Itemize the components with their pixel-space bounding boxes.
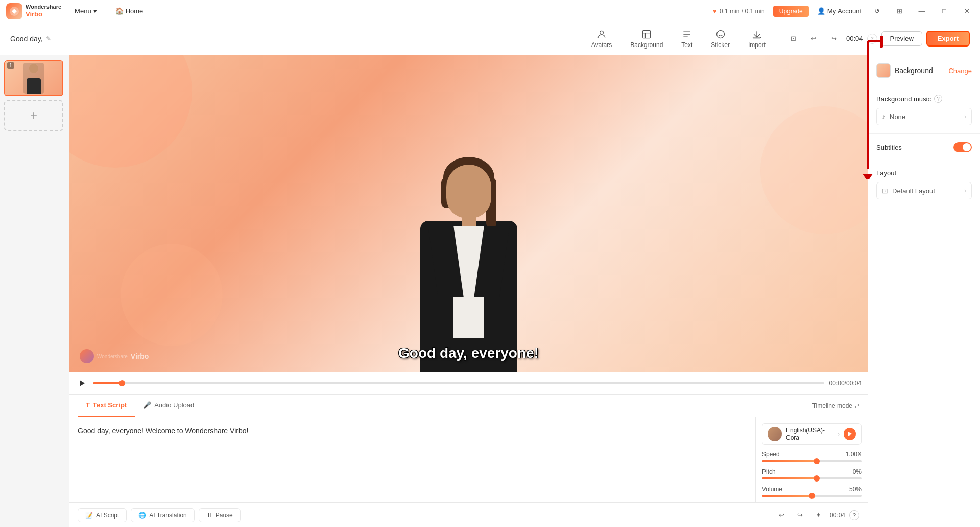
layout-name: Default Layout — [892, 187, 960, 195]
ai-translation-button[interactable]: 🌐 AI Translation — [131, 508, 194, 522]
slides-panel: 1 + — [0, 55, 69, 527]
fullscreen-icon[interactable]: ⊡ — [785, 31, 801, 47]
subtitles-label: Subtitles — [876, 144, 902, 151]
music-chevron-icon: › — [964, 113, 966, 120]
avatars-button[interactable]: Avatars — [582, 26, 621, 52]
import-button[interactable]: Import — [739, 26, 775, 52]
timeline-thumb[interactable] — [119, 380, 125, 386]
script-undo-icon[interactable]: ↩ — [775, 508, 789, 522]
text-button[interactable]: Text — [672, 26, 702, 52]
background-music-section: Background music ? ♪ None › — [868, 86, 980, 134]
toggle-knob — [963, 143, 971, 151]
pitch-thumb[interactable] — [814, 475, 820, 482]
export-button[interactable]: Export — [926, 31, 970, 47]
script-time-badge: 00:04 — [830, 512, 845, 519]
layout-selector[interactable]: ⊡ Default Layout › — [876, 182, 972, 199]
add-slide-button[interactable]: + — [4, 100, 63, 131]
magic-icon[interactable]: ✦ — [811, 508, 826, 522]
heart-icon: ♥ — [713, 8, 716, 15]
volume-slider[interactable] — [762, 495, 862, 497]
background-color-swatch[interactable] — [876, 63, 891, 78]
svg-marker-7 — [80, 380, 85, 386]
watermark: Wondershare Virbo — [80, 349, 149, 363]
svg-marker-8 — [848, 432, 852, 436]
main-layout: 1 + — [0, 55, 980, 527]
preview-button[interactable]: Preview — [881, 31, 922, 46]
ai-script-button[interactable]: 📝 AI Script — [78, 508, 127, 522]
play-button[interactable] — [76, 377, 88, 389]
timeline-track[interactable] — [93, 382, 824, 384]
svg-rect-2 — [643, 30, 651, 38]
tab-text-script[interactable]: T Text Script — [78, 395, 135, 417]
pause-button[interactable]: ⏸ Pause — [199, 508, 241, 522]
subtitles-toggle-row: Subtitles — [876, 142, 972, 152]
slide-number: 1 — [7, 62, 14, 69]
layout-chevron-icon: › — [964, 187, 966, 194]
change-button[interactable]: Change — [948, 67, 972, 75]
watermark-icon — [80, 349, 94, 363]
voice-next-icon: › — [838, 430, 840, 438]
volume-slider-row: Volume 50% — [762, 486, 862, 497]
logo-icon — [6, 3, 22, 19]
close-icon[interactable]: ✕ — [960, 4, 974, 18]
tab-audio-upload[interactable]: 🎤 Audio Upload — [135, 395, 202, 417]
timeline-bar: 00:00/00:04 — [69, 372, 868, 394]
script-textarea[interactable] — [69, 417, 755, 502]
subtitles-section: Subtitles — [868, 134, 980, 161]
minimize-icon[interactable]: — — [915, 4, 929, 18]
voice-panel: English(USA)-Cora › Speed 1.00X — [755, 417, 868, 502]
app-logo: Wondershare Virbo — [6, 3, 61, 19]
subtitles-toggle[interactable] — [953, 142, 972, 152]
bg-music-help-icon[interactable]: ? — [934, 95, 942, 103]
sticker-button[interactable]: Sticker — [702, 26, 739, 52]
maximize-icon[interactable]: □ — [937, 4, 951, 18]
help-icon[interactable]: ? — [867, 34, 877, 44]
svg-point-3 — [716, 30, 724, 38]
bg-decoration-2 — [760, 106, 868, 234]
script-tabs: T Text Script 🎤 Audio Upload Timeline mo… — [69, 395, 868, 417]
toolbar-actions: ⊡ ↩ ↪ 00:04 ? Preview Export — [785, 31, 970, 47]
bottom-right-actions: ↩ ↪ ✦ 00:04 ? — [775, 508, 859, 522]
bg-music-label: Background music — [876, 95, 931, 103]
volume-fill — [762, 495, 812, 497]
music-note-icon: ♪ — [882, 112, 886, 121]
redo-icon[interactable]: ↪ — [826, 31, 842, 47]
music-selector[interactable]: ♪ None › — [876, 108, 972, 125]
project-title: Good day, ✎ — [10, 35, 51, 43]
timeline-progress — [93, 382, 122, 384]
speed-slider[interactable] — [762, 460, 862, 462]
canvas-script-area: Good day, everyone! Wondershare Virbo 00… — [69, 55, 868, 527]
my-account-button[interactable]: 👤 My Account — [817, 7, 862, 15]
pitch-slider[interactable] — [762, 477, 862, 479]
time-display: 00:04 — [846, 35, 863, 42]
layout-section: Layout ⊡ Default Layout › — [868, 161, 980, 208]
right-panel: Background Change Background music ? ♪ N… — [868, 55, 980, 527]
svg-point-1 — [600, 31, 604, 34]
time-info: ♥ 0.1 min / 0.1 min — [713, 8, 765, 15]
background-title: Background — [895, 66, 944, 75]
slide-item[interactable]: 1 — [4, 60, 63, 96]
watermark-text: Virbo — [131, 352, 149, 360]
edit-title-icon[interactable]: ✎ — [46, 35, 51, 42]
grid-icon[interactable]: ⊞ — [892, 4, 906, 18]
history-icon[interactable]: ↺ — [870, 4, 884, 18]
pitch-fill — [762, 477, 817, 479]
logo-text: Wondershare Virbo — [26, 3, 61, 19]
script-area: T Text Script 🎤 Audio Upload Timeline mo… — [69, 394, 868, 527]
script-redo-icon[interactable]: ↪ — [793, 508, 807, 522]
undo-icon[interactable]: ↩ — [805, 31, 822, 47]
background-button[interactable]: Background — [621, 26, 672, 52]
home-button[interactable]: 🏠 Home — [110, 5, 149, 17]
menu-button[interactable]: Menu ▾ — [69, 5, 102, 17]
avatar-container — [402, 157, 535, 372]
voice-avatar — [768, 427, 782, 441]
script-help-icon[interactable]: ? — [849, 510, 859, 520]
subtitle-text: Good day, everyone! — [398, 345, 539, 361]
speed-thumb[interactable] — [814, 458, 820, 464]
volume-thumb[interactable] — [809, 493, 815, 499]
upgrade-button[interactable]: Upgrade — [773, 6, 809, 17]
layout-icon: ⊡ — [882, 187, 888, 195]
voice-play-button[interactable] — [844, 428, 856, 440]
voice-selector[interactable]: English(USA)-Cora › — [762, 423, 862, 445]
timeline-mode: Timeline mode ⇄ — [812, 402, 859, 409]
